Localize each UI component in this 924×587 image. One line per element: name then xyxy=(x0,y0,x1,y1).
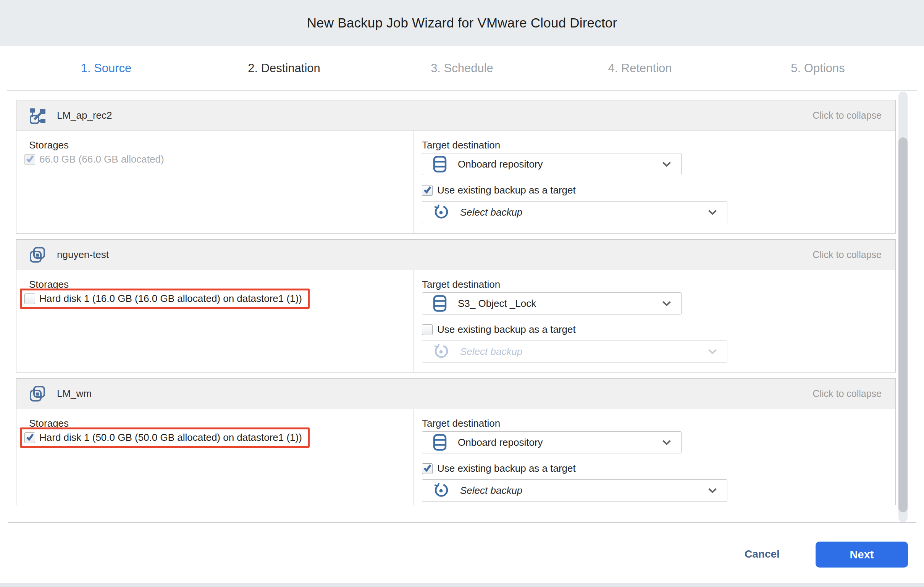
next-button[interactable]: Next xyxy=(815,542,908,567)
chevron-down-icon xyxy=(708,488,717,493)
check-icon xyxy=(26,433,35,442)
tabs-divider xyxy=(7,91,917,91)
repository-dropdown[interactable]: Onboard repository xyxy=(422,431,681,453)
restore-point-icon xyxy=(433,343,449,359)
storage-row: Hard disk 1 (16.0 GB (16.0 GB allocated)… xyxy=(20,289,310,309)
section-body: Storages 66.0 GB (66.0 GB allocated) Tar… xyxy=(16,131,895,233)
vapp-icon xyxy=(29,386,46,402)
repository-icon xyxy=(433,434,447,451)
cancel-button[interactable]: Cancel xyxy=(744,548,780,560)
column-divider xyxy=(413,131,414,233)
chevron-down-icon xyxy=(662,162,671,167)
storage-row: Hard disk 1 (50.0 GB (50.0 GB allocated)… xyxy=(20,427,310,448)
storage-label[interactable]: Hard disk 1 (16.0 GB (16.0 GB allocated)… xyxy=(39,293,302,305)
tab-destination[interactable]: 2. Destination xyxy=(195,61,373,75)
use-existing-label[interactable]: Use existing backup as a target xyxy=(437,184,576,196)
section-title: nguyen-test xyxy=(57,249,109,261)
section-title: LM_ap_rec2 xyxy=(57,110,112,121)
scrollbar-thumb[interactable] xyxy=(898,137,908,512)
backup-placeholder: Select backup xyxy=(460,346,522,358)
title-bar: New Backup Job Wizard for VMware Cloud D… xyxy=(0,0,924,46)
column-divider xyxy=(413,270,414,372)
check-icon xyxy=(423,185,432,194)
target-destination-label: Target destination xyxy=(422,139,500,151)
storage-checkbox[interactable] xyxy=(25,294,35,304)
repository-value: S3_ Object _Lock xyxy=(458,298,536,310)
page-title: New Backup Job Wizard for VMware Cloud D… xyxy=(307,15,617,31)
repository-dropdown[interactable]: Onboard repository xyxy=(422,153,681,175)
section-nguyen-test: nguyen-test Click to collapse Storages H… xyxy=(16,239,896,373)
vapp-network-icon xyxy=(29,107,46,124)
repository-dropdown[interactable]: S3_ Object _Lock xyxy=(422,292,681,315)
column-divider xyxy=(413,409,414,505)
page-background-strip xyxy=(0,583,924,587)
repository-value: Onboard repository xyxy=(458,158,543,170)
footer-divider xyxy=(8,522,916,523)
use-existing-row: Use existing backup as a target xyxy=(422,463,576,475)
chevron-down-icon xyxy=(708,349,717,355)
use-existing-row: Use existing backup as a target xyxy=(422,184,576,196)
target-destination-label: Target destination xyxy=(422,417,500,429)
tab-source[interactable]: 1. Source xyxy=(17,61,195,75)
wizard-dialog: New Backup Job Wizard for VMware Cloud D… xyxy=(0,0,924,583)
target-destination-label: Target destination xyxy=(422,279,500,290)
scrollbar-track[interactable] xyxy=(898,92,908,522)
collapse-hint: Click to collapse xyxy=(812,388,882,399)
repository-value: Onboard repository xyxy=(458,437,543,448)
collapse-hint: Click to collapse xyxy=(812,249,882,260)
backup-dropdown[interactable]: Select backup xyxy=(422,479,728,501)
storage-label[interactable]: 66.0 GB (66.0 GB allocated) xyxy=(39,153,164,165)
wizard-steps: 1. Source 2. Destination 3. Schedule 4. … xyxy=(17,46,907,91)
use-existing-row: Use existing backup as a target xyxy=(422,324,576,335)
chevron-down-icon xyxy=(662,301,671,307)
section-title: LM_wm xyxy=(57,388,92,400)
chevron-down-icon xyxy=(662,440,671,445)
section-lm-wm: LM_wm Click to collapse Storages Hard di… xyxy=(16,378,896,505)
storage-label[interactable]: Hard disk 1 (50.0 GB (50.0 GB allocated)… xyxy=(39,432,302,444)
section-header-lm-wm[interactable]: LM_wm Click to collapse xyxy=(16,379,895,409)
use-existing-checkbox[interactable] xyxy=(422,463,432,474)
use-existing-label[interactable]: Use existing backup as a target xyxy=(437,324,576,335)
backup-dropdown: Select backup xyxy=(422,340,728,363)
check-icon xyxy=(423,464,432,473)
section-lm-ap-rec2: LM_ap_rec2 Click to collapse Storages 66… xyxy=(16,100,896,234)
repository-icon xyxy=(433,295,447,312)
vapp-icon xyxy=(29,247,46,263)
backup-placeholder: Select backup xyxy=(460,206,522,218)
repository-icon xyxy=(433,156,447,173)
backup-dropdown[interactable]: Select backup xyxy=(422,201,728,223)
check-icon xyxy=(26,155,35,163)
collapse-hint: Click to collapse xyxy=(812,110,882,121)
tab-options[interactable]: 5. Options xyxy=(729,61,907,75)
backup-placeholder: Select backup xyxy=(460,485,522,496)
use-existing-label[interactable]: Use existing backup as a target xyxy=(437,463,576,475)
storage-row: 66.0 GB (66.0 GB allocated) xyxy=(20,149,172,170)
tab-schedule[interactable]: 3. Schedule xyxy=(373,61,551,75)
chevron-down-icon xyxy=(708,209,717,215)
use-existing-checkbox[interactable] xyxy=(422,185,432,196)
section-body: Storages Hard disk 1 (16.0 GB (16.0 GB a… xyxy=(16,270,895,372)
tab-retention[interactable]: 4. Retention xyxy=(551,61,729,75)
section-header-lm-ap-rec2[interactable]: LM_ap_rec2 Click to collapse xyxy=(16,101,895,131)
section-header-nguyen-test[interactable]: nguyen-test Click to collapse xyxy=(16,240,895,270)
restore-point-icon xyxy=(433,482,449,498)
storage-checkbox[interactable] xyxy=(25,432,35,443)
use-existing-checkbox[interactable] xyxy=(422,325,432,335)
section-body: Storages Hard disk 1 (50.0 GB (50.0 GB a… xyxy=(16,409,895,505)
restore-point-icon xyxy=(433,204,449,220)
storage-checkbox[interactable] xyxy=(25,154,35,165)
